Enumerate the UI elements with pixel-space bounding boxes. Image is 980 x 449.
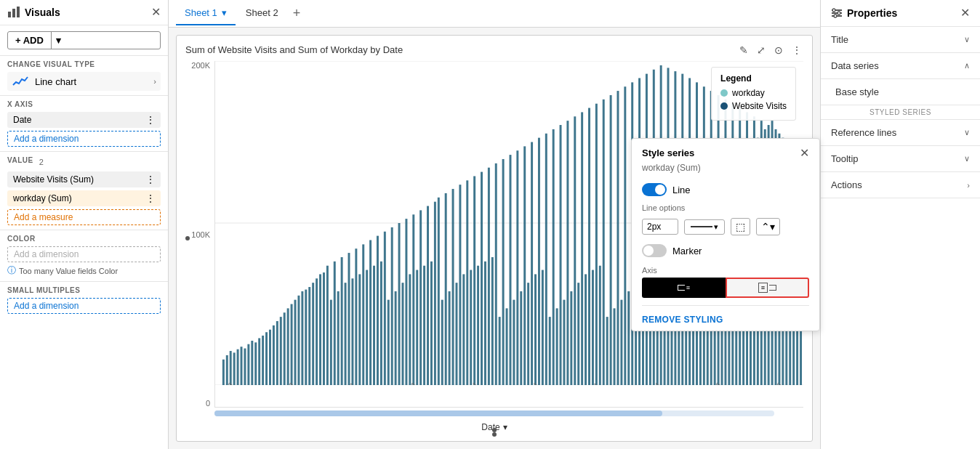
add-button-arrow[interactable]: ▾ — [52, 32, 65, 49]
chart-pencil-button[interactable]: ✎ — [736, 43, 751, 57]
tab-sheet2[interactable]: Sheet 2 — [237, 1, 287, 25]
add-button-label[interactable]: + ADD — [8, 32, 52, 49]
color-section: COLOR Add a dimension ⓘ Too many Value f… — [0, 230, 168, 282]
x-axis-label: X AXIS — [7, 100, 161, 108]
chart-scrollbar-track[interactable] — [214, 410, 774, 416]
svg-rect-105 — [577, 283, 579, 385]
visuals-close-button[interactable]: ✕ — [151, 7, 161, 18]
selection-handle-left[interactable] — [185, 236, 190, 240]
small-multiples-add-dimension-button[interactable]: Add a dimension — [7, 298, 161, 314]
workday-field-pill[interactable]: workday (Sum) ⋮ — [7, 190, 161, 206]
line-copy-button[interactable]: ⬚ — [731, 218, 750, 235]
svg-rect-54 — [395, 291, 397, 385]
axis-left-button[interactable]: ≡ — [642, 278, 726, 298]
x-axis-field-pill[interactable]: Date ⋮ — [7, 112, 161, 128]
svg-rect-94 — [538, 138, 540, 385]
svg-rect-55 — [398, 223, 401, 385]
line-toggle[interactable] — [642, 183, 667, 196]
popup-close-button[interactable]: ✕ — [800, 146, 809, 160]
svg-rect-97 — [549, 317, 551, 385]
axis-buttons: ≡ ≡ — [642, 278, 809, 298]
reference-lines-label: Reference lines — [831, 127, 896, 138]
svg-rect-32 — [316, 278, 318, 385]
color-add-dimension-button[interactable]: Add a dimension — [7, 246, 161, 262]
svg-rect-73 — [462, 274, 465, 385]
x-axis-chevron: ▾ — [503, 422, 507, 432]
axis-right-button[interactable]: ≡ — [726, 278, 809, 298]
remove-styling-button[interactable]: REMOVE STYLING — [632, 309, 734, 331]
svg-rect-2 — [17, 7, 20, 17]
line-style-dropdown[interactable]: ▾ — [684, 219, 725, 235]
svg-rect-28 — [301, 291, 303, 385]
title-section[interactable]: Title ∨ — [821, 27, 980, 53]
y-axis: 200K 100K 0 — [185, 61, 214, 408]
styled-series-label: STYLED SERIES — [821, 105, 980, 119]
bar-chart-icon — [7, 6, 20, 19]
svg-rect-59 — [412, 214, 414, 385]
line-arrow-button[interactable]: ⌃▾ — [756, 218, 780, 235]
svg-rect-88 — [516, 150, 518, 385]
svg-rect-43 — [355, 248, 357, 385]
line-options-row: ▾ ⬚ ⌃▾ — [632, 214, 819, 240]
svg-rect-47 — [369, 240, 371, 385]
svg-rect-45 — [362, 244, 364, 385]
website-visits-field-pill[interactable]: Website Visits (Sum) ⋮ — [7, 171, 161, 187]
data-series-header[interactable]: Data series ∧ — [821, 53, 980, 78]
properties-close-button[interactable]: ✕ — [960, 7, 970, 19]
reference-lines-chevron: ∨ — [964, 128, 970, 137]
properties-title: Properties — [831, 7, 897, 19]
chart-expand-button[interactable]: ⤢ — [754, 43, 768, 57]
svg-rect-90 — [523, 146, 526, 385]
svg-rect-81 — [491, 257, 494, 385]
svg-rect-24 — [287, 308, 289, 385]
reference-lines-section[interactable]: Reference lines ∨ — [821, 120, 980, 146]
tab-sheet1[interactable]: Sheet 1 ▾ — [176, 1, 236, 25]
workday-menu[interactable]: ⋮ — [146, 193, 155, 203]
change-visual-type-section: CHANGE VISUAL TYPE Line chart › — [0, 56, 168, 96]
svg-rect-82 — [495, 163, 497, 385]
add-measure-button[interactable]: Add a measure — [7, 209, 161, 225]
small-multiples-section: SMALL MULTIPLES Add a dimension — [0, 282, 168, 318]
x-axis-add-dimension-button[interactable]: Add a dimension — [7, 131, 161, 147]
svg-rect-72 — [459, 185, 461, 385]
svg-rect-108 — [588, 108, 590, 385]
svg-rect-1 — [12, 9, 15, 17]
chart-more-button[interactable]: ⋮ — [789, 43, 805, 57]
line-width-input[interactable] — [642, 219, 678, 235]
line-label: Line — [672, 185, 691, 195]
tab-sheet1-chevron: ▾ — [222, 7, 227, 18]
add-button[interactable]: + ADD ▾ — [7, 31, 161, 49]
svg-rect-69 — [449, 291, 451, 385]
svg-rect-92 — [531, 142, 533, 386]
svg-rect-57 — [405, 219, 407, 385]
visual-type-row[interactable]: Line chart › — [7, 72, 161, 91]
x-axis-field-menu[interactable]: ⋮ — [146, 115, 155, 125]
svg-rect-74 — [466, 180, 468, 385]
svg-rect-67 — [441, 300, 443, 385]
base-style-section[interactable]: Base style — [821, 78, 980, 105]
svg-rect-21 — [276, 321, 278, 385]
svg-rect-102 — [566, 121, 569, 385]
website-visits-menu[interactable]: ⋮ — [146, 174, 155, 185]
svg-rect-7 — [226, 355, 228, 385]
svg-rect-39 — [341, 257, 343, 385]
marker-toggle-row: Marker — [632, 240, 819, 262]
value-count: 2 — [39, 158, 44, 166]
selection-handle-bottom2[interactable] — [492, 432, 497, 437]
chart-scrollbar-thumb[interactable] — [214, 410, 662, 416]
chart-pin-button[interactable]: ⊙ — [771, 43, 786, 57]
x-axis-field-label: Date — [13, 115, 31, 125]
add-tab-button[interactable]: + — [289, 6, 305, 21]
svg-rect-109 — [592, 270, 594, 385]
svg-rect-85 — [506, 308, 508, 385]
actions-section[interactable]: Actions › — [821, 172, 980, 198]
svg-rect-83 — [499, 317, 501, 385]
tooltip-section[interactable]: Tooltip ∨ — [821, 146, 980, 172]
svg-point-183 — [834, 15, 837, 17]
svg-rect-70 — [452, 189, 454, 385]
svg-rect-9 — [233, 352, 236, 385]
svg-rect-15 — [254, 342, 257, 385]
svg-rect-26 — [294, 300, 297, 385]
svg-rect-64 — [430, 262, 433, 385]
marker-toggle[interactable] — [642, 244, 667, 257]
